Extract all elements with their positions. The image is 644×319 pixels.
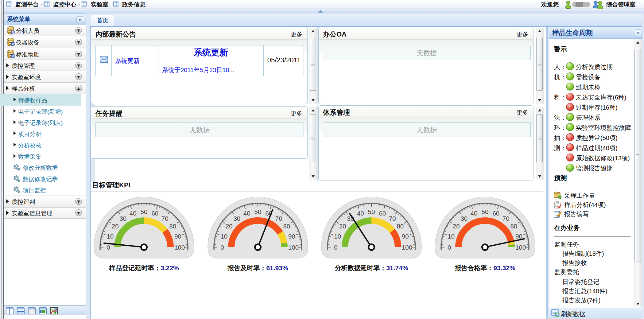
svg-text:R: R [12,31,14,34]
svg-text:R: R [12,55,14,58]
svg-text:80: 80 [169,223,176,230]
svg-text:90: 90 [174,233,181,240]
svg-text:60: 60 [151,210,158,217]
svg-text:30: 30 [233,215,240,222]
svg-text:40: 40 [471,210,478,217]
svg-text:100: 100 [174,244,185,251]
svg-text:70: 70 [275,215,282,222]
svg-text:60: 60 [379,210,386,217]
svg-text:40: 40 [243,210,250,217]
svg-text:10: 10 [448,233,455,240]
svg-text:20: 20 [339,223,346,230]
svg-text:30: 30 [460,215,467,222]
svg-text:0: 0 [334,244,337,251]
svg-text:10: 10 [107,233,114,240]
svg-text:30: 30 [119,215,126,222]
svg-text:40: 40 [357,210,364,217]
svg-text:100: 100 [288,244,299,251]
svg-text:50: 50 [482,208,489,215]
svg-text:90: 90 [515,233,522,240]
svg-text:10: 10 [334,233,341,240]
svg-text:0: 0 [107,244,110,251]
svg-text:70: 70 [502,215,510,222]
svg-text:100: 100 [515,244,526,251]
svg-text:60: 60 [492,210,499,217]
svg-text:40: 40 [130,210,137,217]
svg-text:90: 90 [288,233,295,240]
svg-text:80: 80 [397,223,404,230]
svg-text:50: 50 [141,208,148,215]
svg-text:50: 50 [254,208,262,215]
svg-text:20: 20 [226,223,233,230]
svg-text:20: 20 [112,223,119,230]
svg-text:50: 50 [368,208,375,215]
svg-text:20: 20 [453,223,460,230]
svg-text:80: 80 [510,223,517,230]
svg-text:R: R [12,43,14,46]
svg-text:90: 90 [402,233,409,240]
svg-text:0: 0 [220,244,224,251]
svg-text:10: 10 [220,233,227,240]
svg-text:100: 100 [402,244,412,251]
svg-text:70: 70 [161,215,169,222]
svg-text:0: 0 [448,244,451,251]
svg-text:80: 80 [283,223,290,230]
svg-text:70: 70 [389,215,396,222]
